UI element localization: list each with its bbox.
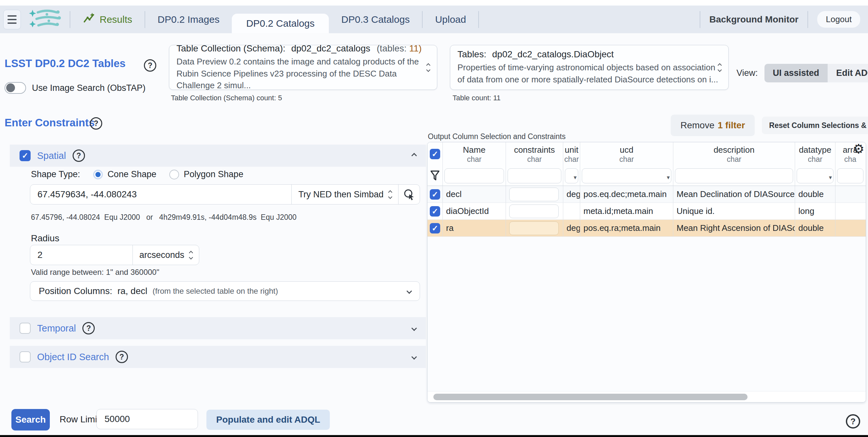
tab-upload[interactable]: Upload <box>423 5 478 33</box>
filter-input-unit[interactable] <box>565 168 578 183</box>
background-monitor-button[interactable]: Background Monitor <box>709 14 799 25</box>
schema-tables-count: 11) <box>409 43 422 54</box>
filter-funnel-icon[interactable] <box>430 170 440 181</box>
table-stepper-icon[interactable] <box>718 64 721 71</box>
hamburger-menu-button[interactable] <box>3 10 21 29</box>
shape-type-label: Shape Type: <box>31 169 80 180</box>
cell-description: Mean Declination of DIASources in th <box>673 186 795 202</box>
reset-columns-button[interactable]: Reset Column Selections & Constraints <box>762 117 868 134</box>
cone-shape-radio[interactable]: Cone Shape <box>93 169 156 180</box>
cell-ucd: meta.id;meta.main <box>580 203 673 219</box>
position-columns-select[interactable]: Position Columns: ra, decl (from the sel… <box>30 281 420 301</box>
divider <box>807 11 808 28</box>
coordinate-feedback: 67.45796, -44.08024 Equ J2000 or 4h29m49… <box>31 213 297 222</box>
tab-dp02-catalogs[interactable]: DP0.2 Catalogs <box>232 14 329 33</box>
temporal-checkbox[interactable] <box>20 323 31 334</box>
filter-input-arraysize[interactable] <box>837 168 863 183</box>
radius-unit-select[interactable]: arcseconds <box>132 245 199 265</box>
table-row-decl[interactable]: ✓ decl deg pos.eq.dec;meta.main Mean Dec… <box>428 186 866 203</box>
cell-arraysize <box>835 203 865 219</box>
tab-label: DP0.2 Images <box>158 14 219 25</box>
column-header-unit[interactable]: unit char <box>563 142 580 166</box>
constraint-input[interactable] <box>509 205 559 218</box>
tab-dp03-catalogs[interactable]: DP0.3 Catalogs <box>329 5 422 33</box>
scrollbar-thumb[interactable] <box>433 394 747 400</box>
spatial-collapse-icon[interactable] <box>411 153 417 159</box>
filter-input-datatype[interactable] <box>797 168 834 183</box>
column-header-constraints[interactable]: constraints char <box>506 142 563 166</box>
filter-input-name[interactable] <box>444 168 504 183</box>
schema-select[interactable]: Table Collection (Schema): dp02_dc2_cata… <box>169 45 437 90</box>
schema-stepper-icon[interactable] <box>427 64 430 71</box>
position-columns-value: ra, decl <box>118 286 148 296</box>
radius-unit-stepper-icon <box>189 251 192 259</box>
radius-input[interactable] <box>30 245 132 265</box>
spatial-label: Spatial <box>37 151 66 161</box>
column-header-name[interactable]: Name char <box>443 142 506 166</box>
cell-name: ra <box>443 220 506 237</box>
row-checkbox[interactable]: ✓ <box>430 206 440 217</box>
position-columns-note: (from the selected table on the right) <box>152 286 278 296</box>
table-row-diaobjectid[interactable]: ✓ diaObjectId meta.id;meta.main Unique i… <box>428 203 866 220</box>
table-count-note: Table count: 11 <box>453 94 501 102</box>
schema-value: dp02_dc2_catalogs <box>291 43 370 54</box>
radio-unselected-icon <box>169 170 179 180</box>
select-all-checkbox[interactable]: ✓ <box>430 149 440 159</box>
spatial-help-icon[interactable]: ? <box>72 150 85 162</box>
constraints-help-icon[interactable]: ? <box>90 117 102 130</box>
rubin-logo <box>28 7 64 32</box>
search-button[interactable]: Search <box>11 409 50 431</box>
table-settings-gear-icon[interactable]: ⚙ <box>853 142 864 155</box>
table-select[interactable]: Tables: dp02_dc2_catalogs.DiaObject Prop… <box>450 45 728 90</box>
table-horizontal-scrollbar[interactable] <box>428 391 866 402</box>
image-search-toggle[interactable] <box>5 82 26 94</box>
temporal-section-header[interactable]: Temporal ? <box>10 317 426 339</box>
table-row-ra[interactable]: ✓ ra deg pos.eq.ra;meta.main Mean Right … <box>428 220 866 237</box>
column-header-description[interactable]: description char <box>673 142 795 166</box>
remove-filter-button[interactable]: Remove 1 filter <box>671 115 755 136</box>
tab-results[interactable]: Results <box>70 5 145 33</box>
title-help-icon[interactable]: ? <box>144 59 156 72</box>
tab-dp02-images[interactable]: DP0.2 Images <box>145 5 232 33</box>
polygon-shape-radio[interactable]: Polygon Shape <box>169 169 243 180</box>
column-header-ucd[interactable]: ucd char <box>580 142 673 166</box>
cell-name: decl <box>443 186 506 202</box>
schema-count-note: Table Collection (Schema) count: 5 <box>171 94 282 102</box>
cell-unit: deg <box>563 220 580 237</box>
radio-selected-icon <box>93 170 103 180</box>
row-checkbox[interactable]: ✓ <box>430 189 440 199</box>
radius-label: Radius <box>31 233 59 244</box>
constraint-input[interactable] <box>509 188 559 201</box>
logout-button[interactable]: Logout <box>817 11 860 28</box>
column-header-datatype[interactable]: datatype char <box>795 142 835 166</box>
view-option-edit-adql[interactable]: Edit ADQL <box>828 64 868 83</box>
column-panel-title: Output Column Selection and Constraints <box>428 132 565 141</box>
cell-unit: deg <box>563 186 580 202</box>
filter-input-ucd[interactable] <box>582 168 671 183</box>
temporal-collapse-icon[interactable] <box>411 325 417 331</box>
row-checkbox[interactable]: ✓ <box>430 223 440 233</box>
results-chart-icon <box>83 12 95 27</box>
table-value: dp02_dc2_catalogs.DiaObject <box>492 49 614 59</box>
objectid-collapse-icon[interactable] <box>411 354 417 360</box>
table-description: Properties of time-varying astronomical … <box>458 62 718 86</box>
radius-hint: Valid range between: 1" and 360000" <box>31 268 159 277</box>
view-option-ui-assisted[interactable]: UI assisted <box>765 64 828 83</box>
populate-adql-button[interactable]: Populate and edit ADQL <box>207 410 330 430</box>
objectid-checkbox[interactable] <box>20 351 31 363</box>
resolver-select[interactable]: Try NED then Simbad <box>291 185 398 204</box>
table-label: Tables: <box>458 49 487 59</box>
spatial-checkbox[interactable]: ✓ <box>20 150 31 161</box>
filter-input-constraints[interactable] <box>507 168 561 183</box>
page-help-icon[interactable]: ? <box>846 414 860 429</box>
temporal-help-icon[interactable]: ? <box>82 322 95 335</box>
locate-on-image-button[interactable] <box>398 185 420 204</box>
spatial-section-header[interactable]: ✓ Spatial ? <box>10 145 426 167</box>
row-limit-input[interactable] <box>96 409 198 429</box>
coordinate-input[interactable] <box>30 185 291 204</box>
constraint-input[interactable] <box>509 221 559 235</box>
filter-input-description[interactable] <box>675 168 793 183</box>
objectid-section-header[interactable]: Object ID Search ? <box>10 346 426 368</box>
temporal-label: Temporal <box>37 323 76 334</box>
objectid-help-icon[interactable]: ? <box>116 351 128 363</box>
